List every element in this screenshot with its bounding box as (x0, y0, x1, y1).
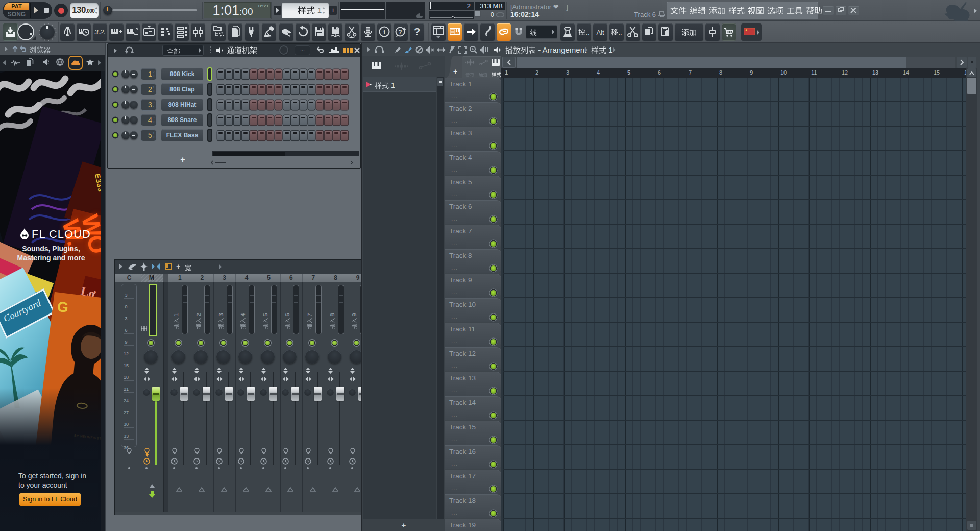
svg-text:?: ? (414, 26, 420, 37)
svg-text:3.2.: 3.2. (94, 28, 106, 36)
svg-text:i: i (383, 28, 385, 36)
svg-text:?: ? (398, 29, 402, 36)
